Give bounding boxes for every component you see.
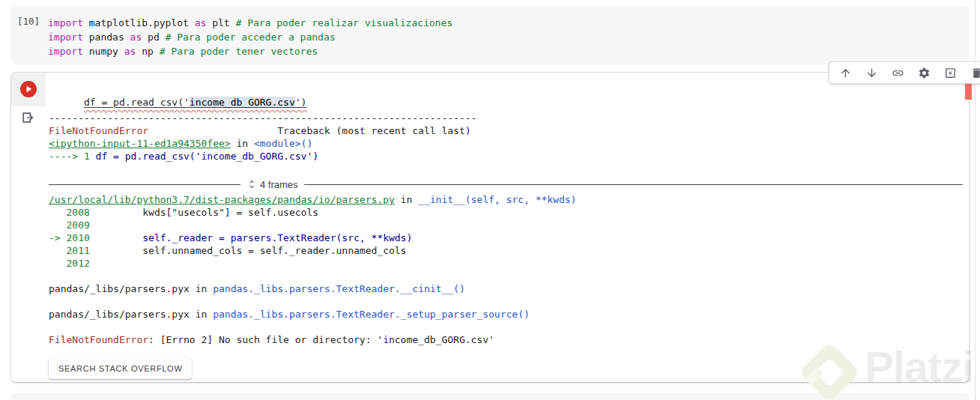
search-stack-overflow-button[interactable]: SEARCH STACK OVERFLOW	[49, 358, 192, 379]
code-segment: matplotlib.pyplot	[83, 17, 195, 28]
code-line: 2011 self.unnamed_cols = self._reader.un…	[49, 244, 963, 257]
code-segment: df = pd.read_csv('income_db_GORG.csv')	[90, 151, 318, 162]
code-segment: df = pd.read_csv('	[84, 97, 190, 108]
code-line: FileNotFoundError Traceback (most recent…	[49, 124, 963, 137]
colab-notebook-view: [10] import matplotlib.pyplot as plt # P…	[0, 0, 980, 400]
divider-line	[49, 184, 241, 185]
code-segment: # Para poder acceder a pandas	[166, 31, 336, 43]
open-editor-settings-button[interactable]	[914, 63, 934, 82]
code-line: df = pd.read_csv('income_db_GORG.csv')	[84, 97, 306, 108]
code-line: pandas/_libs/parsers.pyx in pandas._libs…	[49, 282, 963, 295]
code-line: /usr/local/lib/python3.7/dist-packages/p…	[49, 193, 963, 206]
code-line: import matplotlib.pyplot as plt # Para p…	[48, 16, 453, 30]
code-cell-imports: [10] import matplotlib.pyplot as plt # P…	[10, 6, 970, 64]
copy-link-to-cell-button[interactable]	[888, 63, 907, 82]
code-segment: income_db_GORG.csv	[190, 97, 295, 108]
code-segment: 2009	[49, 219, 90, 231]
run-cell-button[interactable]	[19, 80, 37, 98]
code-segment: 2008	[49, 207, 90, 218]
delete-cell-button[interactable]	[967, 63, 980, 82]
code-segment: pd	[142, 31, 165, 43]
code-segment: plt	[206, 17, 235, 28]
mirror-cell-icon	[944, 67, 957, 79]
move-cell-down-button[interactable]	[862, 63, 881, 82]
code-segment: in	[190, 309, 213, 320]
arrow-down-icon	[865, 67, 878, 79]
code-cell-focused: df = pd.read_csv('income_db_GORG.csv') -…	[10, 72, 970, 383]
arrow-up-icon	[839, 67, 852, 79]
code-segment: -> 2010	[49, 232, 90, 243]
code-segment: pandas	[83, 31, 130, 43]
code-line: ----> 1 df = pd.read_csv('income_db_GORG…	[49, 150, 963, 163]
frames-divider: 4 frames	[49, 175, 963, 193]
code-line	[49, 321, 963, 333]
traceback-bottom: /usr/local/lib/python3.7/dist-packages/p…	[49, 193, 963, 346]
code-segment: np	[136, 46, 159, 57]
code-segment: Traceback (most recent call last)	[148, 125, 471, 136]
code-segment: self._reader = parsers.TextReader(src, *…	[90, 232, 412, 243]
play-icon	[19, 80, 37, 98]
traceback-top: ----------------------------------------…	[49, 112, 963, 175]
code-segment: pandas._libs.parsers.TextReader._setup_p…	[213, 309, 530, 320]
divider-line	[304, 184, 963, 185]
code-line: 2009	[49, 219, 963, 231]
code-line	[49, 163, 963, 175]
code-line	[49, 270, 963, 282]
code-segment: pandas/_libs/parsers.pyx	[49, 283, 190, 294]
imports-code-editor[interactable]: import matplotlib.pyplot as plt # Para p…	[48, 16, 453, 58]
code-segment: pandas._libs.parsers.TextReader.__cinit_…	[213, 283, 465, 294]
code-line: FileNotFoundError: [Errno 2] No such fil…	[49, 333, 963, 346]
code-segment: import	[48, 46, 83, 57]
code-line: <ipython-input-11-ed1a94350fee> in <modu…	[49, 137, 963, 150]
frames-expand-button[interactable]: 4 frames	[241, 179, 304, 190]
cell-output-icon	[20, 110, 35, 125]
code-line	[49, 295, 963, 308]
traceback-file-link[interactable]: <ipython-input-11-ed1a94350fee>	[49, 138, 231, 149]
code-segment: kwds["usecols"] = self.usecols	[90, 207, 318, 218]
code-segment: numpy	[83, 46, 124, 57]
scrollbar-track	[975, 0, 976, 400]
code-segment: as	[195, 17, 207, 28]
code-segment: # Para poder tener vectores	[160, 46, 318, 57]
code-segment: in	[190, 283, 213, 294]
code-line: import pandas as pd # Para poder acceder…	[48, 30, 453, 44]
code-segment: 2011	[49, 245, 90, 256]
unfold-more-icon	[246, 179, 257, 190]
code-segment: 2012	[49, 258, 90, 269]
code-segment: <module>()	[254, 138, 312, 149]
code-segment: FileNotFoundError	[49, 334, 148, 345]
code-line: pandas/_libs/parsers.pyx in pandas._libs…	[49, 308, 963, 321]
code-segment: import	[48, 31, 83, 43]
execution-count: [10]	[17, 16, 40, 27]
trash-icon	[970, 67, 980, 79]
link-icon	[892, 67, 904, 79]
code-line: ----------------------------------------…	[49, 112, 963, 124]
traceback-output: ----------------------------------------…	[49, 112, 963, 379]
code-segment: __init__(self, src, **kwds)	[418, 194, 576, 205]
code-line: -> 2010 self._reader = parsers.TextReade…	[49, 231, 963, 244]
code-segment: ')	[295, 97, 307, 108]
gear-icon	[918, 67, 931, 79]
next-cell-partial	[10, 393, 970, 400]
traceback-file-link[interactable]: /usr/local/lib/python3.7/dist-packages/p…	[49, 194, 395, 205]
code-segment: self.unnamed_cols = self._reader.unnamed…	[90, 245, 407, 256]
frames-label: 4 frames	[260, 179, 298, 190]
code-segment: # Para poder realizar visualizaciones	[235, 17, 453, 28]
code-segment: : [Errno 2] No such file or directory: '…	[148, 334, 494, 345]
code-segment: pandas/_libs/parsers.pyx	[49, 309, 190, 320]
cell-toolbar	[829, 61, 980, 84]
code-line: 2012	[49, 257, 963, 270]
code-segment: as	[130, 31, 142, 43]
code-segment: in	[395, 194, 418, 205]
code-segment: ----> 1	[49, 151, 90, 162]
code-segment: in	[231, 138, 254, 149]
code-line: 2008 kwds["usecols"] = self.usecols	[49, 206, 963, 219]
output-icon[interactable]	[19, 110, 36, 127]
code-segment: FileNotFoundError	[49, 125, 148, 136]
code-segment: import	[48, 17, 83, 28]
move-cell-up-button[interactable]	[835, 63, 855, 82]
code-segment: ----------------------------------------…	[49, 112, 477, 124]
code-segment: as	[124, 46, 136, 57]
mirror-cell-in-tab-button[interactable]	[940, 63, 960, 82]
code-line: import numpy as np # Para poder tener ve…	[48, 44, 453, 58]
